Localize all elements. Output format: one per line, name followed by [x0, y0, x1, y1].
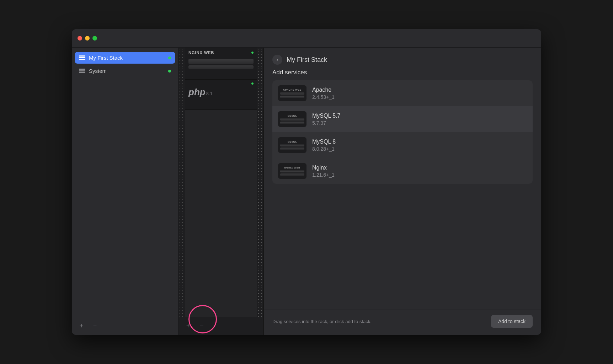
mysql57-thumb-texture-2 [280, 122, 304, 124]
stack-icon [79, 55, 85, 60]
main-content: My First Stack System + − [72, 48, 541, 335]
mysql57-thumb-label: MySQL [288, 114, 297, 117]
app-window: My First Stack System + − [72, 29, 541, 335]
nginx-thumb-label: NGINX WEB [284, 166, 300, 169]
sidebar-items: My First Stack System [72, 48, 178, 317]
sidebar-footer: + − [72, 317, 178, 335]
mysql57-version: 5.7.37 [312, 120, 527, 126]
status-dot-system [168, 70, 171, 73]
mysql8-thumb-texture [280, 144, 304, 146]
nginx-name: Nginx [312, 165, 527, 171]
minimize-button[interactable] [85, 36, 90, 41]
add-to-stack-button[interactable]: Add to stack [491, 315, 533, 328]
rack-texture-nginx [188, 59, 254, 64]
service-thumbnail-mysql8: MySQL [278, 137, 306, 153]
back-icon: ‹ [277, 57, 278, 63]
service-thumbnail-apache: APACHE WEB [278, 85, 306, 101]
mysql8-name: MySQL 8 [312, 139, 527, 145]
rack-card-php-81-body: php 8.1 [185, 86, 257, 100]
nginx-version: 1.21.6+_1 [312, 172, 527, 178]
title-bar [72, 29, 541, 48]
sidebar-remove-button[interactable]: − [91, 322, 99, 330]
apache-thumb-label: APACHE WEB [283, 89, 302, 91]
right-panel: ‹ My First Stack Add services APACHE WEB [264, 48, 541, 335]
rack-inner: NGINX WEB [185, 48, 257, 317]
rack-card-php-81-status [251, 82, 254, 85]
apache-info: Apache 2.4.53+_1 [312, 87, 527, 100]
rack-card-nginx-web-body [185, 56, 257, 72]
sidebar-item-label-my-first-stack: My First Stack [89, 55, 165, 61]
services-list-inner: APACHE WEB Apache 2.4.53+_1 [272, 80, 533, 184]
rack-card-nginx-web-title: NGINX WEB [188, 50, 214, 55]
apache-thumb-texture-2 [280, 96, 304, 98]
mysql57-info: MySQL 5.7 5.7.37 [312, 113, 527, 126]
sidebar-item-system[interactable]: System [75, 65, 175, 77]
traffic-lights [78, 36, 97, 41]
service-item-mysql57[interactable]: MySQL MySQL 5.7 5.7.37 [272, 106, 533, 132]
sidebar: My First Stack System + − [72, 48, 178, 335]
nginx-thumb-texture-2 [280, 173, 304, 176]
right-panel-subtitle: Add services [264, 68, 541, 80]
rack-border-right [257, 48, 263, 317]
sidebar-add-button[interactable]: + [78, 322, 85, 330]
rack-empty-area [185, 110, 257, 317]
nginx-info: Nginx 1.21.6+_1 [312, 165, 527, 178]
right-panel-header: ‹ My First Stack [264, 48, 541, 68]
right-panel-footer: Drag services into the rack, or click ad… [264, 310, 541, 335]
rack-card-php-81[interactable]: php 8.1 [185, 80, 257, 110]
sidebar-item-label-system: System [89, 68, 165, 74]
sidebar-item-my-first-stack[interactable]: My First Stack [75, 52, 175, 64]
services-wrapper: APACHE WEB Apache 2.4.53+_1 [264, 80, 541, 310]
service-item-mysql8[interactable]: MySQL MySQL 8 8.0.28+_1 [272, 132, 533, 158]
service-thumbnail-nginx: NGINX WEB [278, 163, 306, 179]
rack-card-php-version: 8.1 [206, 91, 213, 96]
mysql8-thumb-label: MySQL [288, 140, 297, 143]
rack-texture-nginx-2 [188, 65, 254, 69]
rack-card-nginx-web[interactable]: NGINX WEB [185, 48, 257, 80]
close-button[interactable] [78, 36, 82, 41]
services-list: APACHE WEB Apache 2.4.53+_1 [264, 80, 541, 305]
mysql8-version: 8.0.28+_1 [312, 146, 527, 152]
service-item-nginx[interactable]: NGINX WEB Nginx 1.21.6+_1 [272, 158, 533, 184]
mysql57-name: MySQL 5.7 [312, 113, 527, 119]
maximize-button[interactable] [92, 36, 97, 41]
service-item-apache[interactable]: APACHE WEB Apache 2.4.53+_1 [272, 80, 533, 106]
rack-remove-button[interactable]: − [198, 322, 206, 330]
rack-container: NGINX WEB [178, 48, 263, 317]
rack-panel: NGINX WEB [178, 48, 264, 335]
service-thumbnail-mysql57: MySQL [278, 111, 306, 127]
rack-card-php-81-header [185, 80, 257, 86]
rack-border-left [178, 48, 185, 317]
mysql57-thumb-texture [280, 118, 304, 121]
nginx-thumb-texture [280, 170, 304, 172]
rack-card-nginx-web-status [251, 52, 254, 54]
right-panel-title: My First Stack [287, 56, 327, 64]
status-dot-my-first-stack [168, 57, 171, 59]
mysql8-info: MySQL 8 8.0.28+_1 [312, 139, 527, 152]
rack-card-php-label: php [188, 87, 206, 97]
mysql8-thumb-texture-2 [280, 148, 304, 150]
apache-thumb-texture [280, 92, 304, 95]
apache-name: Apache [312, 87, 527, 93]
back-button[interactable]: ‹ [272, 55, 282, 65]
rack-card-nginx-web-header: NGINX WEB [185, 48, 257, 56]
rack-footer: + − [178, 317, 263, 335]
system-stack-icon [79, 69, 85, 74]
apache-version: 2.4.53+_1 [312, 94, 527, 100]
footer-hint: Drag services into the rack, or click ad… [272, 319, 372, 324]
rack-add-button[interactable]: + [184, 322, 192, 330]
